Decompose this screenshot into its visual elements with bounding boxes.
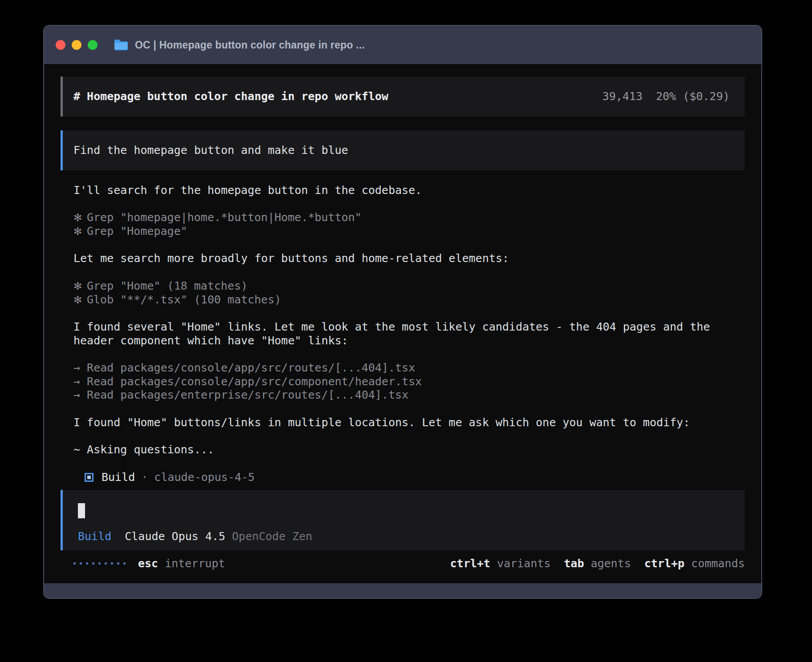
separator-dot: · bbox=[141, 471, 148, 484]
user-message: Find the homepage button and make it blu… bbox=[61, 130, 745, 170]
input-provider-label: OpenCode Zen bbox=[232, 530, 313, 544]
traffic-lights bbox=[56, 40, 97, 50]
shortcut-ctrl-p: ctrl+pcommands bbox=[644, 557, 745, 571]
assistant-text-line: I found several "Home" links. Let me loo… bbox=[73, 320, 745, 334]
shortcut-key: ctrl+t bbox=[450, 557, 490, 571]
spinner-dot bbox=[80, 562, 82, 565]
shortcut-label: agents bbox=[591, 557, 631, 571]
line-text: I found "Home" buttons/links in multiple… bbox=[73, 416, 690, 429]
statusbar: esc interrupt ctrl+tvariantstabagentsctr… bbox=[61, 557, 745, 570]
blank-line bbox=[73, 198, 745, 211]
zoom-button[interactable] bbox=[88, 40, 97, 50]
line-text: header component which have "Home" links… bbox=[73, 334, 348, 347]
blank-line bbox=[73, 347, 745, 361]
line-text: Glob "**/*.tsx" (100 matches) bbox=[87, 293, 281, 306]
input-model-label: Claude Opus 4.5 bbox=[125, 530, 225, 544]
assistant-text-line: Let me search more broadly for buttons a… bbox=[73, 252, 745, 266]
prompt-input[interactable]: Build Claude Opus 4.5 OpenCode Zen bbox=[61, 490, 745, 550]
spinner-dot bbox=[92, 562, 94, 565]
line-text: Grep "homepage|home.*button|Home.*button… bbox=[87, 211, 361, 224]
folder-icon bbox=[114, 39, 129, 51]
spinner-dot bbox=[123, 562, 126, 565]
user-message-text: Find the homepage button and make it blu… bbox=[73, 144, 348, 157]
line-text: I found several "Home" links. Let me loo… bbox=[73, 320, 710, 333]
tool-call-line: ✻Grep "Homepage" bbox=[73, 225, 745, 238]
tool-call-line: → Read packages/console/app/src/componen… bbox=[73, 375, 745, 389]
tool-call-line: ✻Grep "Home" (18 matches) bbox=[73, 279, 745, 293]
blank-line bbox=[73, 266, 745, 279]
blank-line bbox=[73, 429, 745, 443]
blank-line bbox=[73, 457, 745, 471]
tool-call-line: ✻Grep "homepage|home.*button|Home.*butto… bbox=[73, 211, 745, 225]
input-meta: Build Claude Opus 4.5 OpenCode Zen bbox=[78, 530, 734, 544]
agent-square-icon bbox=[85, 473, 93, 482]
session-title: # Homepage button color change in repo w… bbox=[73, 90, 388, 104]
line-text: Grep "Home" (18 matches) bbox=[87, 279, 248, 292]
assistant-text-line: ~ Asking questions... bbox=[73, 443, 745, 457]
session-header: # Homepage button color change in repo w… bbox=[61, 77, 745, 117]
spinner-dot bbox=[73, 562, 76, 565]
spinner-dot bbox=[111, 562, 113, 565]
shortcut-tab: tabagents bbox=[564, 557, 631, 571]
spinner-dot bbox=[105, 562, 107, 565]
assistant-text-line: I found "Home" buttons/links in multiple… bbox=[73, 416, 745, 430]
transcript: I'll search for the homepage button in t… bbox=[73, 184, 745, 470]
keyboard-shortcuts: ctrl+tvariantstabagentsctrl+pcommands bbox=[450, 557, 745, 571]
line-text: Grep "Homepage" bbox=[87, 225, 187, 238]
tool-bullet-icon: ✻ bbox=[73, 211, 87, 225]
terminal-content: # Homepage button color change in repo w… bbox=[44, 64, 761, 583]
minimize-button[interactable] bbox=[72, 40, 81, 50]
terminal-window: OC | Homepage button color change in rep… bbox=[43, 25, 762, 599]
spinner-dots bbox=[73, 562, 126, 565]
input-agent-label: Build bbox=[78, 530, 111, 544]
line-text: ~ Asking questions... bbox=[73, 443, 214, 456]
text-cursor bbox=[78, 503, 85, 518]
agent-status-line: Build · claude-opus-4-5 bbox=[85, 470, 745, 484]
esc-label: interrupt bbox=[165, 557, 225, 571]
tool-bullet-icon: ✻ bbox=[73, 293, 87, 307]
shortcut-key: tab bbox=[564, 557, 584, 571]
session-stats: 39,413 20% ($0.29) bbox=[602, 90, 730, 104]
spinner-dot bbox=[117, 562, 119, 565]
line-text: Let me search more broadly for buttons a… bbox=[73, 252, 509, 265]
line-text: → Read packages/console/app/src/routes/[… bbox=[73, 361, 415, 374]
tool-bullet-icon: ✻ bbox=[73, 225, 87, 238]
shortcut-key: ctrl+p bbox=[644, 557, 684, 571]
window-footer bbox=[44, 583, 761, 598]
shortcut-label: variants bbox=[497, 557, 550, 571]
line-text: → Read packages/enterprise/src/routes/[.… bbox=[73, 388, 409, 401]
line-text: → Read packages/console/app/src/componen… bbox=[73, 375, 422, 388]
agent-model: claude-opus-4-5 bbox=[154, 471, 255, 484]
blank-line bbox=[73, 238, 745, 252]
shortcut-ctrl-t: ctrl+tvariants bbox=[450, 557, 551, 571]
tool-call-line: ✻Glob "**/*.tsx" (100 matches) bbox=[73, 293, 745, 307]
spinner-dot bbox=[98, 562, 101, 565]
window-title: OC | Homepage button color change in rep… bbox=[135, 39, 365, 51]
esc-key: esc bbox=[138, 557, 158, 571]
token-count: 39,413 bbox=[602, 90, 642, 104]
assistant-text-line: I'll search for the homepage button in t… bbox=[73, 184, 745, 198]
assistant-text-line: header component which have "Home" links… bbox=[73, 334, 745, 348]
spinner-dot bbox=[86, 562, 88, 565]
context-cost: 20% ($0.29) bbox=[656, 90, 730, 104]
esc-hint: esc interrupt bbox=[138, 557, 225, 571]
titlebar[interactable]: OC | Homepage button color change in rep… bbox=[44, 26, 761, 64]
tool-bullet-icon: ✻ bbox=[73, 279, 87, 293]
tool-call-line: → Read packages/enterprise/src/routes/[.… bbox=[73, 388, 745, 402]
blank-line bbox=[73, 307, 745, 320]
shortcut-label: commands bbox=[691, 557, 745, 571]
line-text: I'll search for the homepage button in t… bbox=[73, 184, 422, 197]
blank-line bbox=[73, 402, 745, 416]
tool-call-line: → Read packages/console/app/src/routes/[… bbox=[73, 361, 745, 375]
close-button[interactable] bbox=[56, 40, 65, 50]
agent-name: Build bbox=[102, 471, 135, 484]
